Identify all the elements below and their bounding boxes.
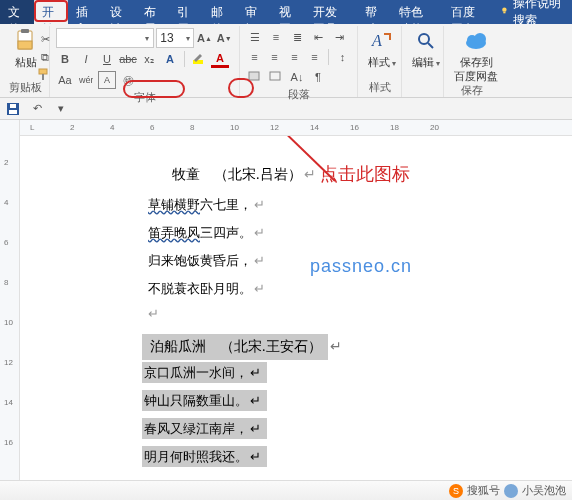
bullets-icon[interactable]: ☰ [246,28,264,46]
page: L 24 68 1012 1416 1820 点击此图标 牧童 （北宋.吕岩）↵… [20,120,572,482]
svg-rect-9 [249,72,259,80]
italic-icon[interactable]: I [77,50,95,68]
svg-rect-18 [9,110,17,114]
group-styles: A 样式 样式 [358,26,402,97]
vertical-ruler[interactable]: 2 4 6 8 10 12 14 16 [0,120,20,482]
qat-undo-icon[interactable]: ↶ [28,100,46,118]
multilevel-icon[interactable]: ≣ [288,28,306,46]
shrink-font-icon[interactable]: A▼ [215,29,233,47]
bold-icon[interactable]: B [56,50,74,68]
horizontal-ruler[interactable]: L 24 68 1012 1416 1820 [20,120,572,136]
align-right-icon[interactable]: ≡ [286,48,303,66]
align-left-icon[interactable]: ≡ [246,48,263,66]
group-paragraph: ☰ ≡ ≣ ⇤ ⇥ ≡ ≡ ≡ ≡ ↕ A↓ [240,26,358,97]
group-paragraph-label: 段落 [246,86,351,102]
tab-review[interactable]: 审阅 [237,0,271,24]
poem2-title: 泊船瓜洲 （北宋.王安石）↵ [142,334,342,360]
poem2-line4: 明月何时照我还。↵ [142,448,267,466]
footer-brand: 搜狐号 [467,483,500,498]
enclose-icon[interactable]: ㊕ [119,71,137,89]
styles-icon: A [369,28,395,54]
showmarks-icon[interactable]: ¶ [309,68,327,86]
texteffect-icon[interactable]: A [161,50,179,68]
underline-icon[interactable]: U [98,50,116,68]
footer-brand-icon: S [449,484,463,498]
grow-font-icon[interactable]: A▲ [196,29,214,47]
tab-file[interactable]: 文件 [0,0,34,24]
paste-label: 粘贴 [15,56,37,68]
group-editing: 编辑 . [402,26,444,97]
menu-tabbar: 文件 开始 插入 设计 布局 引用 邮件 审阅 视图 开发工具 帮助 特色功能 … [0,0,572,24]
tab-insert[interactable]: 插入 [68,0,102,24]
tab-netdisk[interactable]: 百度网盘 [443,0,495,24]
numbering-icon[interactable]: ≡ [267,28,285,46]
annotation-text: 点击此图标 [320,162,410,186]
font-color-icon[interactable]: A [211,50,229,68]
strike-icon[interactable]: abc [119,50,137,68]
align-center-icon[interactable]: ≡ [266,48,283,66]
svg-point-16 [474,33,486,45]
tab-design[interactable]: 设计 [102,0,136,24]
subsuper-icon[interactable]: x₂ [140,50,158,68]
editing-button[interactable]: 编辑 [408,28,444,70]
borders-icon[interactable] [267,68,285,86]
font-size-combo[interactable]: 13 [156,28,193,48]
font-size-value: 13 [160,31,173,45]
save-label1: 保存到 [460,56,493,68]
phonetic-icon[interactable]: wén [77,71,95,89]
tab-references[interactable]: 引用 [169,0,203,24]
svg-point-0 [502,7,506,11]
editing-label: 编辑 [412,56,440,70]
tab-layout[interactable]: 布局 [136,0,170,24]
tab-devtools[interactable]: 开发工具 [305,0,357,24]
watermark: passneo.cn [310,256,412,277]
lightbulb-icon [500,6,509,18]
poem2-line2: 钟山只隔数重山。↵ [142,392,267,410]
shading-icon[interactable] [246,68,264,86]
svg-rect-5 [39,69,47,74]
svg-rect-7 [193,60,203,64]
poem2-line3: 春风又绿江南岸，↵ [142,420,267,438]
poem1-line3: 归来饱饭黄昏后，↵ [148,252,265,270]
tab-view[interactable]: 视图 [271,0,305,24]
svg-rect-3 [21,29,29,33]
blank-para: ↵ [148,306,159,322]
line-spacing-icon[interactable]: ↕ [334,48,351,66]
svg-text:wén: wén [79,75,93,85]
font-name-combo[interactable] [56,28,154,48]
group-save-label: 保存 [450,82,494,98]
poem1-line2: 笛弄晚风三四声。↵ [148,224,265,242]
highlight-icon[interactable] [190,50,208,68]
tell-me-search[interactable]: 操作说明搜索 [494,0,572,24]
poem1-line4: 不脱蓑衣卧月明。↵ [148,280,265,298]
document-canvas[interactable]: 点击此图标 牧童 （北宋.吕岩）↵ 草铺横野六七里，↵ 笛弄晚风三四声。↵ 归来… [20,136,572,482]
ribbon: 粘贴 ✂ ⧉ 剪贴板 13 A▲ A▼ B I U abc x₂ A [0,24,572,98]
inc-indent-icon[interactable]: ⇥ [330,28,348,46]
svg-line-13 [428,43,433,48]
char-border-icon[interactable]: A [98,71,116,89]
svg-rect-19 [10,104,16,108]
qat-save-icon[interactable] [4,100,22,118]
save-netdisk-button[interactable]: 保存到 百度网盘 [450,28,502,82]
svg-rect-4 [18,41,32,49]
poem1-line1: 草铺横野六七里，↵ [148,196,265,214]
footer: S 搜狐号 小吴泡泡 [0,480,572,500]
tab-home[interactable]: 开始 [34,0,68,24]
sort-icon[interactable]: A↓ [288,68,306,86]
tab-help[interactable]: 帮助 [357,0,391,24]
svg-rect-1 [504,12,506,13]
cloud-save-icon [463,28,489,54]
clear-format-icon[interactable]: Aa [56,71,74,89]
dec-indent-icon[interactable]: ⇤ [309,28,327,46]
tab-special[interactable]: 特色功能 [391,0,443,24]
justify-icon[interactable]: ≡ [306,48,323,66]
tab-mailings[interactable]: 邮件 [203,0,237,24]
group-styles-label: 样式 [364,79,395,95]
group-font-label: 字体 [56,89,233,105]
document-area: 2 4 6 8 10 12 14 16 L 24 68 1012 1416 18… [0,120,572,482]
footer-author: 小吴泡泡 [522,483,566,498]
poem2-line1: 京口瓜洲一水间，↵ [142,364,267,382]
svg-text:A: A [371,32,382,49]
styles-button[interactable]: A 样式 [364,28,400,70]
poem1-title: 牧童 （北宋.吕岩）↵ [172,166,316,184]
